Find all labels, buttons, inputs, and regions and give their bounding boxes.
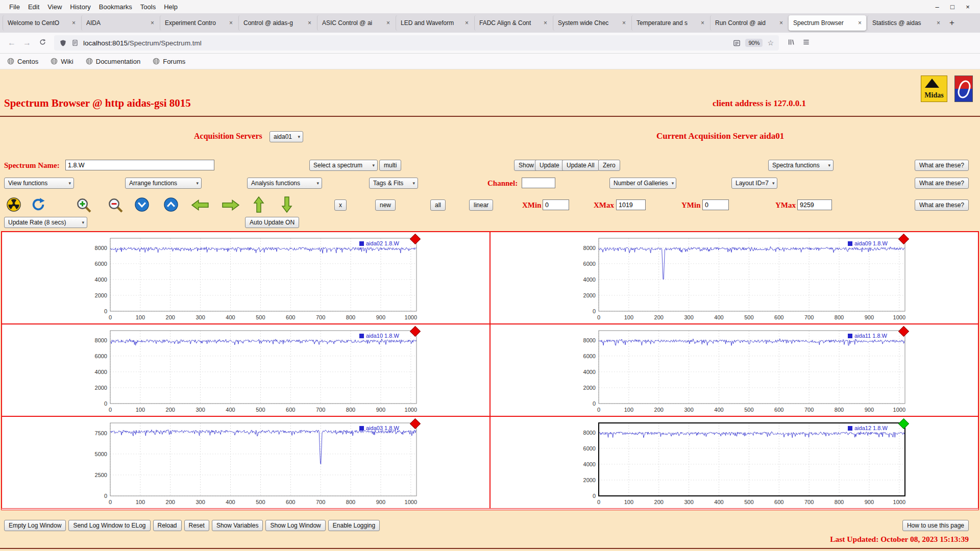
menu-tools[interactable]: Tools [136,2,160,12]
arrange-functions-dropdown[interactable]: Arrange functions▾ [125,178,202,189]
spectrum-name-input[interactable] [65,160,214,170]
tags-fits-dropdown[interactable]: Tags & Fits▾ [369,178,418,189]
bookmark-documentation[interactable]: Documentation [86,58,140,65]
number-of-galleries-dropdown[interactable]: Number of Galleries▾ [609,178,676,189]
what-are-these-button-1[interactable]: What are these? [915,160,969,171]
spectrum-plot-cell[interactable]: 0100200300400500600700800900100002000400… [2,324,490,416]
auto-update-button[interactable]: Auto Update ON [245,217,299,228]
url-bar[interactable]: localhost:8015/Spectrum/Spectrum.tml 90%… [54,35,779,51]
tab-close-icon[interactable]: × [779,19,783,27]
reload-button[interactable]: Reload [153,520,182,531]
refresh-icon[interactable] [31,197,46,214]
radiation-icon[interactable] [6,197,21,214]
zoom-out-icon[interactable] [107,197,124,215]
spectrum-plot-cell[interactable]: 0100200300400500600700800900100002000400… [490,232,978,324]
ymin-input[interactable] [702,199,729,210]
tab-asic-control-ai[interactable]: ASIC Control @ ai× [317,15,395,31]
menu-bookmarks[interactable]: Bookmarks [95,2,136,12]
view-functions-dropdown[interactable]: View functions▾ [4,178,74,189]
spectrum-plot-cell[interactable]: 0100200300400500600700800900100002000400… [2,232,490,324]
menu-history[interactable]: History [66,2,94,12]
x-button[interactable]: x [334,199,347,211]
tracking-shield-icon[interactable] [59,39,67,47]
url-text[interactable]: localhost:8015/Spectrum/Spectrum.tml [83,39,728,47]
update-all-button[interactable]: Update All [562,160,599,171]
reader-mode-icon[interactable] [733,39,741,47]
analysis-functions-dropdown[interactable]: Analysis functions▾ [247,178,322,189]
spectrum-plot-cell[interactable]: 0100200300400500600700800900100002000400… [490,324,978,416]
tab-close-icon[interactable]: × [72,19,76,27]
minimize-icon[interactable]: – [933,3,941,11]
all-button[interactable]: all [430,199,446,211]
forward-button[interactable]: → [19,38,35,47]
tab-led-and-waveform[interactable]: LED and Waveform× [396,15,473,31]
ymax-input[interactable] [797,199,832,210]
layout-id-dropdown[interactable]: Layout ID=7▾ [731,178,777,189]
reload-button[interactable] [35,38,50,48]
spectrum-chart[interactable]: 0100200300400500600700800900100002000400… [567,421,914,508]
y-zoom-icon[interactable] [163,197,179,214]
enable-logging-button[interactable]: Enable Logging [328,520,380,531]
empty-log-window-button[interactable]: Empty Log Window [4,520,66,531]
what-are-these-button-2[interactable]: What are these? [915,178,969,189]
spectrum-plot-cell[interactable]: 0100200300400500600700800900100002000400… [490,416,978,509]
tab-temperature-and-s[interactable]: Temperature and s× [631,15,709,31]
bookmark-forums[interactable]: Forums [153,58,185,65]
y-unzoom-icon[interactable] [134,197,150,214]
update-rate-dropdown[interactable]: Update Rate (8 secs)▾ [4,217,87,228]
spectrum-chart[interactable]: 0100200300400500600700800900100002000400… [79,329,426,415]
menu-view[interactable]: View [43,2,66,12]
maximize-icon[interactable]: □ [948,3,957,11]
arrow-left-icon[interactable] [191,198,209,214]
menu-button[interactable] [798,38,814,48]
tab-experiment-contro[interactable]: Experiment Contro× [160,15,237,31]
tab-aida[interactable]: AIDA× [81,15,159,31]
xmax-input[interactable] [616,199,646,210]
tab-close-icon[interactable]: × [622,19,626,27]
tab-close-icon[interactable]: × [151,19,154,27]
new-tab-button[interactable]: + [945,16,959,30]
bookmark-wiki[interactable]: Wiki [51,58,74,65]
tab-close-icon[interactable]: × [386,19,390,27]
spectrum-chart[interactable]: 0100200300400500600700800900100002000400… [567,236,914,323]
page-info-icon[interactable] [71,39,79,46]
bookmark-centos[interactable]: Centos [7,58,38,65]
send-log-window-to-elog-button[interactable]: Send Log Window to ELog [68,520,150,531]
spectrum-chart[interactable]: 0100200300400500600700800900100002500500… [79,421,426,508]
spectrum-chart[interactable]: 0100200300400500600700800900100002000400… [567,329,914,415]
menu-help[interactable]: Help [160,2,182,12]
tab-spectrum-browser[interactable]: Spectrum Browser× [789,15,866,31]
spectrum-plot-cell[interactable]: 0100200300400500600700800900100002500500… [2,416,490,509]
tab-close-icon[interactable]: × [229,19,233,27]
zoom-level-badge[interactable]: 90% [745,39,763,47]
tab-close-icon[interactable]: × [858,19,862,27]
new-button[interactable]: new [375,199,396,211]
select-spectrum-dropdown[interactable]: Select a spectrum▾ [309,160,378,171]
spectrum-chart[interactable]: 0100200300400500600700800900100002000400… [79,236,426,323]
reset-button[interactable]: Reset [184,520,209,531]
tab-close-icon[interactable]: × [701,19,704,27]
bookmark-star-icon[interactable]: ☆ [767,39,774,47]
tab-control-aidas-g[interactable]: Control @ aidas-g× [238,15,316,31]
menu-edit[interactable]: Edit [24,2,43,12]
tab-close-icon[interactable]: × [544,19,547,27]
acquisition-server-select[interactable]: aida01▾ [270,131,303,142]
tab-close-icon[interactable]: × [465,19,469,27]
tab-system-wide-chec[interactable]: System wide Chec× [553,15,630,31]
arrow-right-icon[interactable] [222,198,240,214]
tab-close-icon[interactable]: × [308,19,311,27]
show-log-window-button[interactable]: Show Log Window [265,520,325,531]
back-button[interactable]: ← [4,38,19,47]
update-button[interactable]: Update [535,160,564,171]
arrow-down-icon[interactable] [280,196,293,215]
xmin-input[interactable] [543,199,569,210]
tab-statistics-aidas[interactable]: Statistics @ aidas× [867,15,945,31]
library-button[interactable] [783,38,798,48]
zoom-in-icon[interactable] [76,197,92,215]
tab-run-control-aid[interactable]: Run Control @ aid× [710,15,788,31]
spectra-functions-dropdown[interactable]: Spectra functions▾ [768,160,834,171]
multi-button[interactable]: multi [379,160,401,171]
tab-close-icon[interactable]: × [937,19,940,27]
arrow-up-icon[interactable] [252,196,265,215]
zero-button[interactable]: Zero [598,160,620,171]
